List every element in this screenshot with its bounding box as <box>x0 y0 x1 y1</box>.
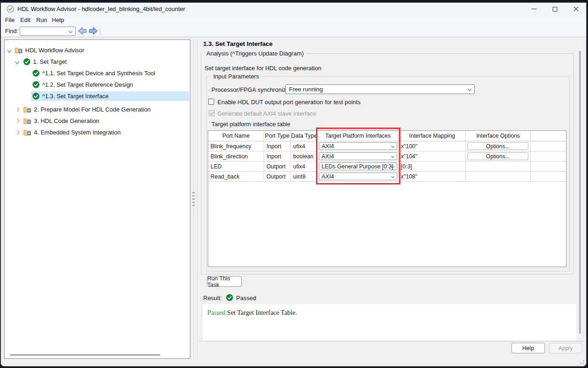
app-icon <box>6 5 14 13</box>
tree-item-1-2[interactable]: ^1.2. Set Target Reference Design <box>5 80 189 89</box>
tree-root-label: HDL Workflow Advisor <box>25 47 84 54</box>
axi4-slave-label: Generate default AXI4 slave interface <box>217 110 316 117</box>
cell-interface-mapping: x"100" <box>399 141 466 151</box>
chevron-right-icon[interactable] <box>15 130 20 135</box>
menu-edit[interactable]: Edit <box>18 15 32 25</box>
task-title: 1.3. Set Target Interface <box>203 40 272 47</box>
result-status: Passed <box>236 295 256 301</box>
tree-item-set-target[interactable]: 1. Set Target <box>5 57 189 67</box>
find-input[interactable] <box>20 27 76 36</box>
window-title: HDL Workflow Advisor - hdlcoder_led_blin… <box>17 3 185 15</box>
chevron-down-icon[interactable] <box>69 29 72 33</box>
find-previous-button[interactable] <box>78 27 87 35</box>
tree-item-prepare-model[interactable]: 2. Prepare Model For HDL Code Generation <box>5 105 189 114</box>
col-header-port-name: Port Name <box>208 131 264 141</box>
tree-item-label: ^1.3. Set Target Interface <box>42 93 109 100</box>
tree-item-hdl-code-gen[interactable]: 3. HDL Code Generation <box>5 116 189 126</box>
menu-run[interactable]: Run <box>34 15 49 25</box>
cell-port-type: Inport <box>264 141 291 151</box>
task-folder-icon <box>23 106 31 113</box>
task-folder-icon <box>23 129 31 136</box>
cell-port-name: Blink_frequency <box>208 141 264 151</box>
tree-item-label: 3. HDL Code Generation <box>34 117 100 124</box>
passed-check-icon <box>226 294 233 301</box>
result-message-box: Passed Set Target Interface Table. <box>203 304 576 340</box>
app-window: HDL Workflow Advisor - hdlcoder_led_blin… <box>0 2 587 367</box>
check-circle-icon <box>33 70 39 77</box>
horizontal-scrollbar[interactable] <box>10 354 160 356</box>
vertical-scrollbar[interactable] <box>579 51 581 334</box>
options-button[interactable]: Options... <box>467 142 528 150</box>
tree-root[interactable]: HDL Workflow Advisor <box>5 45 189 55</box>
col-header-interface-options: Interface Options <box>466 131 531 141</box>
chevron-down-icon <box>391 145 394 148</box>
interface-value: AXI4 <box>322 173 334 180</box>
cell-port-type: Outport <box>264 172 291 181</box>
chevron-right-icon[interactable] <box>15 119 20 123</box>
input-parameters-legend: Input Parameters <box>211 72 261 80</box>
message-status: Passed <box>207 309 225 316</box>
test-points-checkbox[interactable] <box>208 99 214 105</box>
analysis-groupbox: Analysis (^Triggers Update Diagram) Set … <box>201 53 574 274</box>
titlebar: HDL Workflow Advisor - hdlcoder_led_blin… <box>1 3 586 15</box>
table-header-row: Port Name Port Type Data Type Target Pla… <box>208 131 566 141</box>
task-folder-icon <box>23 117 31 124</box>
analysis-legend: Analysis (^Triggers Update Diagram) <box>204 50 306 57</box>
test-points-label: Enable HDL DUT output port generation fo… <box>217 99 361 106</box>
chevron-right-icon[interactable] <box>15 107 20 112</box>
resize-grip[interactable] <box>578 358 584 364</box>
maximize-button[interactable] <box>544 3 566 15</box>
cell-port-name: Read_back <box>208 172 264 181</box>
interface-table: Port Name Port Type Data Type Target Pla… <box>208 130 566 267</box>
tree-item-1-1[interactable]: ^1.1. Set Target Device and Synthesis To… <box>5 68 189 78</box>
table-row: Blink_frequency Inport ufix4 AXI4 x"100"… <box>208 141 566 151</box>
interface-value: LEDs General Purpose [0:3] <box>322 163 393 170</box>
table-row: LED Outport ufix4 LEDs General Purpose [… <box>208 162 566 172</box>
close-button[interactable] <box>566 3 587 15</box>
chevron-down-icon <box>468 87 472 91</box>
tree-item-label: ^1.1. Set Target Device and Synthesis To… <box>42 70 155 77</box>
interface-value: AXI4 <box>322 143 334 150</box>
cell-data-type: boolean <box>291 151 318 161</box>
interface-dropdown[interactable]: AXI4 <box>319 152 397 160</box>
run-this-task-button[interactable]: Run This Task <box>207 276 242 287</box>
input-parameters-groupbox: Input Parameters Processor/FPGA synchron… <box>206 76 570 272</box>
axi4-slave-checkbox <box>209 110 215 116</box>
chevron-down-icon <box>391 175 394 178</box>
col-header-port-type: Port Type <box>264 131 291 141</box>
interface-dropdown[interactable]: LEDs General Purpose [0:3] <box>319 162 397 170</box>
check-circle-icon <box>33 93 39 100</box>
task-folder-icon <box>15 47 22 54</box>
tree-item-label: ^1.2. Set Target Reference Design <box>42 81 133 88</box>
tree-item-label: 4. Embedded System Integration <box>34 129 121 136</box>
bottom-separator <box>199 341 585 341</box>
toolbar-separator <box>100 27 100 35</box>
maximize-icon <box>553 7 557 11</box>
tree-item-label: 1. Set Target <box>33 58 67 65</box>
find-next-button[interactable] <box>89 27 98 35</box>
cell-interface-mapping: [0:3] <box>399 162 466 171</box>
chevron-down-icon[interactable] <box>15 60 20 64</box>
minimize-button[interactable] <box>523 3 544 15</box>
tree-item-embedded-system[interactable]: 4. Embedded System Integration <box>5 128 189 137</box>
tree-item-1-3-selected[interactable]: ^1.3. Set Target Interface <box>5 91 189 101</box>
menu-help[interactable]: Help <box>50 15 66 25</box>
interface-dropdown[interactable]: AXI4 <box>319 142 397 150</box>
chevron-down-icon[interactable] <box>7 48 12 53</box>
result-label: Result: <box>203 295 222 301</box>
check-circle-icon <box>23 58 30 65</box>
menu-file[interactable]: File <box>3 15 17 25</box>
col-header-interface-mapping: Interface Mapping <box>399 131 466 141</box>
options-button[interactable]: Options... <box>467 152 528 160</box>
find-toolbar: Find: <box>1 25 586 37</box>
tree-item-label: 2. Prepare Model For HDL Code Generation <box>34 106 151 113</box>
sync-dropdown[interactable]: Free running <box>285 84 475 94</box>
minimize-icon <box>532 9 537 9</box>
col-header-target-platform-interfaces: Target Platform Interfaces <box>318 131 399 141</box>
interface-dropdown[interactable]: AXI4 <box>319 173 397 180</box>
cell-data-type: uint8 <box>291 172 318 181</box>
message-text: Set Target Interface Table. <box>227 309 297 316</box>
menubar: File Edit Run Help <box>1 15 586 25</box>
help-button[interactable]: Help <box>511 343 545 353</box>
cell-port-type: Inport <box>264 151 291 161</box>
